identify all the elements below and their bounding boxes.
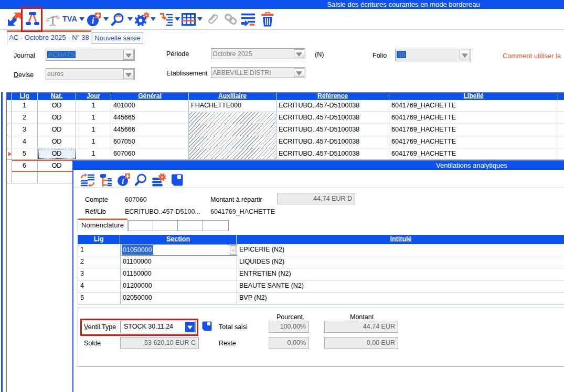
cell-auxiliaire[interactable]: FHACHETTE000 [189, 100, 276, 112]
cell-nat-focused[interactable]: OD [38, 148, 76, 159]
cell-libelle[interactable]: 6041769_HACHETTE [389, 148, 558, 159]
folio-dropdown-button[interactable] [460, 50, 470, 60]
grid-row-2[interactable]: 2 OD 1 445665 ECRITUBO..457-D5100038 604… [7, 112, 564, 124]
cell-lig[interactable]: 3 [78, 268, 121, 280]
info-add-icon[interactable]: i [87, 12, 101, 28]
cell-lig[interactable]: 5 [78, 292, 121, 304]
gear-dropdown-icon[interactable] [151, 17, 156, 21]
cell-jour[interactable]: 1 [76, 124, 111, 136]
tree-icon[interactable] [100, 173, 112, 189]
table-dropdown-icon[interactable] [197, 17, 203, 21]
transfer-lines-icon[interactable] [241, 13, 256, 27]
cell-reference[interactable]: ECRITUBO..457-D5100038 [276, 100, 389, 112]
exit-icon[interactable] [7, 13, 22, 28]
grid-row-7[interactable] [7, 172, 72, 183]
grid-row-1[interactable]: 1 OD 1 401000 FHACHETTE000 ECRITUBO..457… [7, 100, 564, 112]
cell-lig[interactable]: 1 [78, 244, 121, 256]
etablissement-combo[interactable]: ABBEVILLE DISTRI [211, 67, 305, 78]
cell-reference[interactable]: ECRITUBO..457-D5100038 [276, 148, 389, 159]
tab-empty-4[interactable] [203, 220, 229, 231]
search-dropdown-icon[interactable] [127, 17, 133, 21]
help-link[interactable]: Comment utiliser la [503, 52, 561, 60]
devise-combo[interactable]: euros [46, 68, 135, 80]
etablissement-dropdown-button[interactable] [294, 68, 304, 77]
exchange-lists-icon[interactable] [80, 173, 95, 189]
tab-empty-1[interactable] [128, 220, 153, 231]
send-to-dropdown-icon[interactable] [175, 17, 180, 21]
subtable-header-lig[interactable]: Lig [78, 235, 120, 244]
cell-nat[interactable]: OD [38, 124, 76, 136]
cell-lig[interactable]: 1 [12, 100, 38, 112]
section-edit-cell[interactable]: 01050000 .. [121, 244, 237, 256]
grid-row-4[interactable]: 4 OD 1 607050 ECRITUBO..457-D5100038 604… [7, 136, 564, 148]
tab-bordereau[interactable]: AC - Octobre 2025 - N° 38 [7, 30, 91, 44]
cell-nat[interactable]: OD [38, 112, 76, 124]
panel-save-icon[interactable] [171, 173, 184, 188]
devise-dropdown-button[interactable] [123, 69, 134, 79]
cell-jour[interactable]: 1 [76, 148, 111, 159]
cell-section[interactable]: 02050000 [121, 292, 237, 304]
grid-row-5-current[interactable]: 5 OD 1 607060 ECRITUBO..457-D5100038 604… [7, 148, 564, 160]
grid-header-auxiliaire[interactable]: Auxiliaire [189, 93, 276, 100]
periode-dropdown-button[interactable] [294, 49, 304, 58]
cell-section[interactable]: 01200000 [121, 280, 237, 292]
cell-nat[interactable]: OD [38, 161, 76, 171]
grid-header-jour[interactable]: Jour [76, 93, 111, 100]
cell-general[interactable]: 445666 [111, 124, 189, 136]
folio-combo[interactable]: 38 [395, 49, 471, 61]
tab-nomenclature[interactable]: Nomenclature [78, 219, 127, 231]
cell-lig[interactable] [12, 172, 38, 183]
info-dropdown-icon[interactable] [103, 17, 109, 21]
subtable-header-section[interactable]: Section [120, 235, 237, 244]
cell-reference[interactable]: ECRITUBO..457-D5100038 [276, 112, 389, 124]
search-icon[interactable] [111, 13, 125, 28]
cell-libelle[interactable]: 6041769_HACHETTE [389, 112, 558, 124]
subtable-row-4[interactable]: 4 01200000 BEAUTE SANTE (N2) [78, 280, 564, 292]
grid-header-lig[interactable]: Lig [12, 93, 38, 100]
cell-libelle[interactable]: 6041769_HACHETTE [389, 124, 558, 136]
grid-header-general[interactable]: Général [111, 93, 189, 100]
cell-nat[interactable] [38, 172, 76, 183]
cell-nat[interactable]: OD [38, 100, 76, 112]
subtable-row-2[interactable]: 2 01100000 LIQUIDES (N2) [78, 256, 564, 268]
grid-header-libelle[interactable]: Libellé [389, 93, 558, 100]
cell-lig[interactable]: 5 [12, 148, 38, 159]
subtable-row-5[interactable]: 5 02050000 BVP (N2) [78, 292, 564, 304]
grid-row-3[interactable]: 3 OD 1 445666 ECRITUBO..457-D5100038 604… [7, 124, 564, 136]
tva-dropdown-icon[interactable] [79, 17, 84, 21]
table-grid-icon[interactable] [182, 13, 196, 27]
tab-empty-3[interactable] [177, 220, 203, 231]
cell-jour[interactable]: 1 [76, 136, 111, 148]
journal-dropdown-button[interactable] [123, 50, 134, 60]
cell-jour[interactable]: 1 [76, 112, 111, 124]
cell-section[interactable]: 01150000 [121, 268, 237, 280]
server-gear-icon[interactable] [152, 173, 166, 189]
cell-intitule[interactable]: LIQUIDES (N2) [237, 256, 564, 268]
panel-info-add-icon[interactable]: i [117, 173, 131, 188]
cell-reference[interactable]: ECRITUBO..457-D5100038 [276, 124, 389, 136]
cell-libelle[interactable]: 6041769_HACHETTE [389, 100, 558, 112]
cell-general[interactable]: 607060 [111, 148, 189, 159]
journal-combo[interactable]: ACHATS [46, 49, 135, 61]
grid-header-nat[interactable]: Nat. [38, 93, 76, 100]
cell-nat[interactable]: OD [38, 136, 76, 148]
subtable-header-intitule[interactable]: Intitulé [237, 235, 564, 244]
cell-jour[interactable]: 1 [76, 100, 111, 112]
tab-nouvelle-saisie[interactable]: Nouvelle saisie [92, 32, 143, 44]
cell-intitule[interactable]: BVP (N2) [237, 292, 564, 304]
cell-intitule[interactable]: BEAUTE SANTE (N2) [237, 280, 564, 292]
trash-icon[interactable] [261, 12, 274, 28]
cell-general[interactable]: 607050 [111, 136, 189, 148]
cell-intitule[interactable]: ENTRETIEN (N2) [237, 268, 564, 280]
tva-button[interactable]: TVA [62, 15, 77, 23]
subtable-row-3[interactable]: 3 01150000 ENTRETIEN (N2) [78, 268, 564, 280]
cell-general[interactable]: 445665 [111, 112, 189, 124]
cell-section[interactable]: 01100000 [121, 256, 237, 268]
cell-lig[interactable]: 6 [12, 161, 38, 171]
tab-empty-2[interactable] [153, 220, 178, 231]
cell-general[interactable]: 401000 [111, 100, 189, 112]
ventil-save-icon[interactable] [201, 321, 212, 333]
subtable-row-1[interactable]: 1 01050000 .. EPICERIE (N2) [78, 244, 564, 256]
cell-lig[interactable]: 2 [78, 256, 121, 268]
send-to-list-icon[interactable] [159, 13, 173, 28]
